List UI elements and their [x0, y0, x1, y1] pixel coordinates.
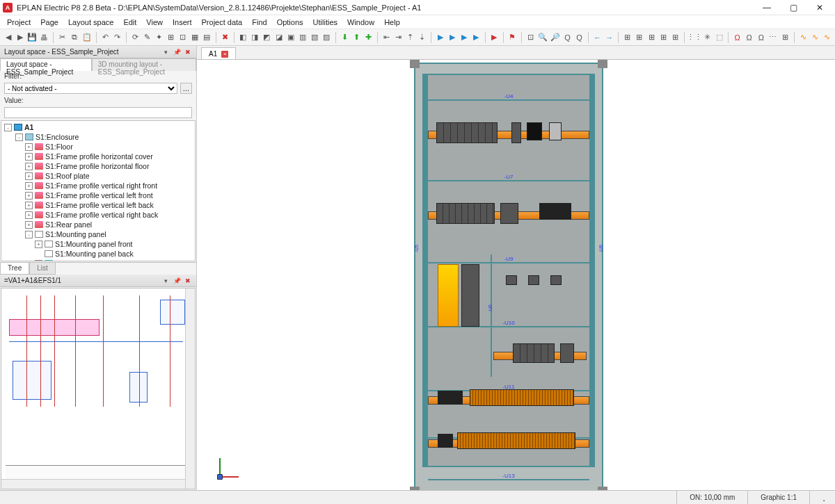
- tool-icon[interactable]: ▦: [189, 31, 200, 44]
- menu-help[interactable]: Help: [384, 18, 400, 26]
- component[interactable]: [511, 122, 521, 143]
- tree-root[interactable]: A1: [24, 123, 33, 131]
- tree-item[interactable]: +S1:Floor: [1, 142, 195, 152]
- measure-icon[interactable]: Ω: [732, 31, 742, 44]
- expand-icon[interactable]: -: [15, 133, 23, 141]
- back-icon[interactable]: ←: [592, 31, 603, 44]
- component-group[interactable]: [436, 122, 498, 143]
- panel-close-icon[interactable]: ✖: [184, 48, 192, 56]
- nav-icon[interactable]: ▶: [435, 31, 445, 44]
- expand-icon[interactable]: -: [25, 231, 33, 238]
- tree-item[interactable]: +S1:Roof plate: [1, 171, 195, 181]
- pin-icon[interactable]: 📌: [173, 48, 181, 56]
- expand-icon[interactable]: +: [25, 221, 33, 229]
- delete-icon[interactable]: ✖: [220, 31, 230, 44]
- snap-icon[interactable]: ✳: [702, 31, 713, 44]
- filter-more-button[interactable]: …: [180, 83, 192, 94]
- tree-item[interactable]: +S1:Frame profile vertical left back: [1, 200, 195, 210]
- tree-item[interactable]: +S1:Frame profile vertical right front: [1, 181, 195, 190]
- component[interactable]: [461, 264, 479, 327]
- snap-icon[interactable]: ⬚: [714, 31, 724, 44]
- component[interactable]: [560, 343, 574, 363]
- view-icon[interactable]: ▥: [297, 31, 308, 44]
- tool-icon[interactable]: ⊡: [177, 31, 188, 44]
- tab-tree[interactable]: Tree: [0, 263, 29, 275]
- rss-icon[interactable]: ∿: [798, 31, 809, 44]
- info-icon[interactable]: ⊞: [780, 31, 790, 44]
- measure-icon[interactable]: Ω: [744, 31, 754, 44]
- view-icon[interactable]: ▧: [309, 31, 319, 44]
- mounting-panel[interactable]: -U4-U7-U9-U10-U11-U12-U13 -U6: [422, 74, 595, 467]
- paste-icon[interactable]: 📋: [81, 31, 93, 44]
- expand-icon[interactable]: +: [35, 241, 42, 248]
- tool-icon[interactable]: ✦: [154, 31, 164, 44]
- place-icon[interactable]: ✚: [363, 31, 374, 44]
- zoom-in-icon[interactable]: 🔍: [537, 31, 548, 44]
- align-icon[interactable]: ⇥: [393, 31, 404, 44]
- expand-icon[interactable]: +: [25, 163, 33, 170]
- value-input[interactable]: [4, 107, 192, 118]
- place-icon[interactable]: ⬇: [340, 31, 350, 44]
- menu-insert[interactable]: Insert: [173, 18, 192, 26]
- component-group[interactable]: [436, 203, 495, 224]
- redo-icon[interactable]: ↷: [112, 31, 122, 44]
- measure-icon[interactable]: Ω: [756, 31, 766, 44]
- component-group[interactable]: [513, 343, 555, 363]
- menu-find[interactable]: Find: [252, 18, 267, 26]
- component[interactable]: [549, 122, 562, 140]
- tree-item[interactable]: +S1:Frame profile horizontal floor: [1, 161, 195, 171]
- expand-icon[interactable]: +: [25, 202, 33, 209]
- rss-icon[interactable]: ∿: [810, 31, 820, 44]
- menu-edit[interactable]: Edit: [123, 18, 136, 26]
- tool-icon[interactable]: ✎: [142, 31, 152, 44]
- filter-select[interactable]: - Not activated -: [4, 83, 177, 94]
- grid-toggle-icon[interactable]: ⋮⋮: [688, 31, 701, 44]
- component[interactable]: [550, 275, 562, 285]
- status-resize-grip[interactable]: ⡀: [809, 491, 835, 504]
- tree-item[interactable]: +S1:Frame profile vertical left front: [1, 190, 195, 200]
- expand-icon[interactable]: +: [35, 260, 42, 262]
- minimize-button[interactable]: —: [758, 3, 775, 13]
- nav-icon[interactable]: ▶: [489, 31, 500, 44]
- terminal-strip[interactable]: [457, 432, 575, 449]
- expand-icon[interactable]: +: [25, 143, 33, 151]
- close-button[interactable]: ✕: [811, 3, 828, 13]
- place-icon[interactable]: ⬆: [351, 31, 362, 44]
- tree-item[interactable]: +S1:Frame profile vertical right back: [1, 210, 195, 220]
- view-icon[interactable]: ▣: [285, 31, 296, 44]
- tree-item[interactable]: +S1:Enclosure accessories general: [1, 259, 195, 261]
- pin-icon[interactable]: 📌: [173, 277, 181, 285]
- vertical-divider[interactable]: [491, 254, 492, 377]
- copy-icon[interactable]: ⧉: [69, 31, 79, 44]
- view-icon[interactable]: ◧: [237, 31, 248, 44]
- preview-scrollbar-v[interactable]: [185, 288, 195, 489]
- grid-icon[interactable]: ⊞: [634, 31, 644, 44]
- align-icon[interactable]: ⇤: [381, 31, 392, 44]
- terminal-strip[interactable]: [470, 389, 574, 406]
- component[interactable]: [500, 203, 518, 224]
- fwd-icon[interactable]: →: [604, 31, 614, 44]
- grid-icon[interactable]: ⊞: [646, 31, 656, 44]
- save-icon[interactable]: 💾: [26, 31, 38, 44]
- tab-3d-mounting[interactable]: 3D mounting layout - ESS_Sample_Project: [92, 58, 196, 71]
- component[interactable]: [438, 391, 463, 405]
- tree-item[interactable]: +S1:Mounting panel front: [1, 239, 195, 249]
- align-icon[interactable]: ⇣: [417, 31, 427, 44]
- tree-item[interactable]: -S1:Enclosure: [1, 132, 195, 142]
- tree-item[interactable]: -S1:Mounting panel: [1, 229, 195, 239]
- component[interactable]: [527, 122, 542, 140]
- menu-view[interactable]: View: [146, 18, 163, 26]
- zoom-icon[interactable]: Q: [574, 31, 584, 44]
- component[interactable]: [506, 275, 517, 285]
- doc-tab-a1[interactable]: A1 ×: [201, 47, 236, 59]
- expand-icon[interactable]: +: [25, 211, 33, 219]
- expand-icon[interactable]: +: [25, 153, 33, 161]
- view-icon[interactable]: ◩: [262, 31, 272, 44]
- nav-icon[interactable]: ▶: [447, 31, 457, 44]
- enclosure[interactable]: -U5 -U8 -U4-U7-U9-U10-U11-U12-U13 -U6: [414, 63, 603, 490]
- prev-page-icon[interactable]: ◀: [3, 31, 13, 44]
- tree-item[interactable]: +S1:Frame profile horizontal cover: [1, 152, 195, 161]
- tree-item[interactable]: S1:Mounting panel back: [1, 249, 195, 259]
- cut-icon[interactable]: ✂: [57, 31, 67, 44]
- align-icon[interactable]: ⇡: [405, 31, 415, 44]
